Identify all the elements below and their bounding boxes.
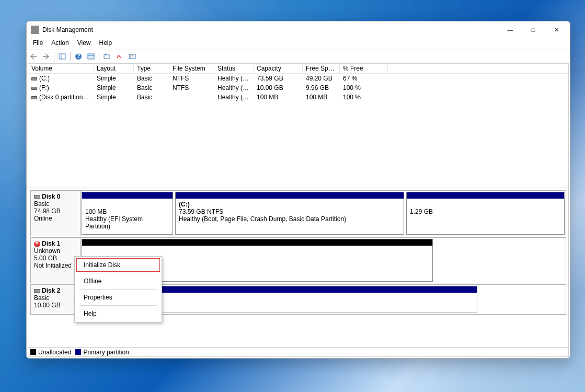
disk-error-icon <box>34 241 40 247</box>
context-menu-separator <box>79 273 157 273</box>
legend-swatch-primary <box>75 349 81 355</box>
legend-swatch-unallocated <box>30 349 36 355</box>
disk-row[interactable]: Disk 0 Basic 74.98 GB Online 100 MB Heal… <box>30 190 566 236</box>
close-button[interactable]: ✕ <box>545 22 568 38</box>
volume-list[interactable]: Volume Layout Type File System Status Ca… <box>28 64 568 188</box>
col-freespace[interactable]: Free Spa... <box>303 64 340 73</box>
svg-text:?: ? <box>76 53 80 60</box>
help-button[interactable]: ? <box>73 51 84 62</box>
partition-header-primary <box>82 192 173 199</box>
menubar: File Action View Help <box>27 38 570 50</box>
rescan-disks-button[interactable] <box>114 51 125 62</box>
more-actions-button[interactable] <box>127 51 138 62</box>
context-menu: Initialize Disk Offline Properties Help <box>74 256 162 322</box>
partition[interactable]: (C:) 73.59 GB NTFS Healthy (Boot, Page F… <box>175 192 404 235</box>
menu-action[interactable]: Action <box>47 38 73 50</box>
volume-icon <box>31 77 37 80</box>
settings-button[interactable] <box>85 51 97 62</box>
col-blank[interactable] <box>388 64 568 73</box>
titlebar[interactable]: Disk Management — □ ✕ <box>27 21 570 38</box>
volume-icon <box>31 96 37 99</box>
svg-rect-0 <box>59 54 65 59</box>
ctx-initialize-disk[interactable]: Initialize Disk <box>76 258 160 272</box>
back-button[interactable] <box>28 51 39 62</box>
col-filesystem[interactable]: File System <box>169 64 214 73</box>
disk-info[interactable]: Disk 1 Unknown 5.00 GB Not Initialized <box>31 238 81 283</box>
disk-info[interactable]: Disk 2 Basic 10.00 GB <box>31 285 81 314</box>
show-hide-console-tree-button[interactable] <box>56 51 68 62</box>
menu-file[interactable]: File <box>29 38 47 50</box>
ctx-help[interactable]: Help <box>76 307 160 320</box>
legend: Unallocated Primary partition <box>28 347 568 356</box>
refresh-button[interactable] <box>101 51 113 62</box>
context-menu-separator <box>79 289 157 290</box>
toolbar-separator <box>99 52 99 61</box>
partition[interactable]: 100 MB Healthy (EFI System Partition) <box>82 192 173 235</box>
maximize-button[interactable]: □ <box>522 22 545 38</box>
volume-row[interactable]: (Disk 0 partition 1) Simple Basic Health… <box>28 93 568 102</box>
disk-info[interactable]: Disk 0 Basic 74.98 GB Online <box>31 191 81 236</box>
app-icon <box>31 26 39 34</box>
col-layout[interactable]: Layout <box>94 64 134 73</box>
toolbar-separator <box>54 52 54 61</box>
legend-label-unallocated: Unallocated <box>38 349 71 356</box>
volume-list-header: Volume Layout Type File System Status Ca… <box>28 64 568 74</box>
toolbar: ? <box>27 50 570 63</box>
volume-row[interactable]: (C:) Simple Basic NTFS Healthy (B... 73.… <box>28 74 568 83</box>
menu-view[interactable]: View <box>73 38 95 50</box>
col-volume[interactable]: Volume <box>28 64 94 73</box>
volume-icon <box>31 87 37 90</box>
volume-row[interactable]: (F:) Simple Basic NTFS Healthy (P... 10.… <box>28 83 568 93</box>
disk-graphical-view[interactable]: Disk 0 Basic 74.98 GB Online 100 MB Heal… <box>28 188 568 347</box>
partition-header-unallocated <box>82 239 432 246</box>
ctx-properties[interactable]: Properties <box>76 291 160 304</box>
col-pctfree[interactable]: % Free <box>340 64 388 73</box>
col-type[interactable]: Type <box>134 64 169 73</box>
col-status[interactable]: Status <box>214 64 254 73</box>
partition[interactable]: 1.29 GB <box>406 192 565 235</box>
ctx-offline[interactable]: Offline <box>76 274 160 288</box>
col-capacity[interactable]: Capacity <box>254 64 303 73</box>
forward-button[interactable] <box>40 51 52 62</box>
minimize-button[interactable]: — <box>499 22 522 38</box>
window-title: Disk Management <box>42 26 499 33</box>
partition-header-primary <box>176 192 404 199</box>
context-menu-separator <box>79 305 157 306</box>
legend-label-primary: Primary partition <box>83 349 129 356</box>
svg-rect-4 <box>88 54 94 59</box>
content-area: Volume Layout Type File System Status Ca… <box>28 63 569 357</box>
svg-point-9 <box>132 55 134 57</box>
disk-icon <box>34 195 40 199</box>
disk-icon <box>34 289 40 293</box>
svg-rect-6 <box>104 55 109 59</box>
menu-help[interactable]: Help <box>95 38 117 50</box>
disk-management-window: Disk Management — □ ✕ File Action View H… <box>26 21 570 359</box>
partition-header-primary <box>407 192 564 199</box>
toolbar-separator <box>70 52 71 61</box>
